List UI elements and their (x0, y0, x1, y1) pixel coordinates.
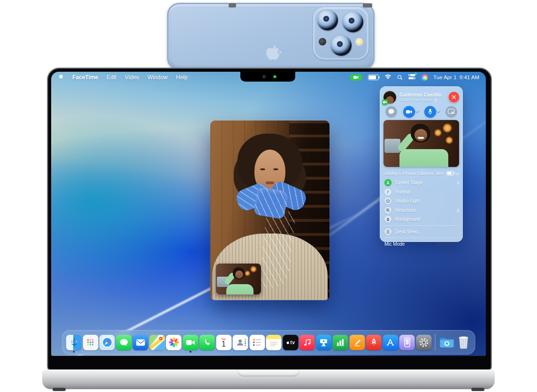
menu-edit[interactable]: Edit (107, 74, 116, 81)
dock-phone[interactable] (199, 335, 215, 350)
calendar-day: 1 (222, 340, 226, 348)
dock-messages[interactable] (116, 335, 131, 350)
background-icon (384, 216, 391, 223)
panel-divider (384, 238, 459, 238)
lid-scoop (238, 369, 299, 377)
end-call-button[interactable] (449, 92, 459, 102)
reactions-icon (384, 207, 391, 214)
spotlight-search-icon[interactable] (397, 75, 403, 80)
system-settings-icon (418, 337, 429, 348)
iphone-mirroring-icon (404, 337, 410, 347)
rubber-foot (471, 388, 484, 391)
iphone-lens (317, 10, 338, 30)
iphone-lens (331, 35, 352, 56)
effect-background[interactable]: Background (384, 215, 459, 224)
desk-view-label: Desk View… (395, 229, 458, 234)
smile (418, 137, 424, 139)
contacts-icon (235, 337, 246, 348)
dock-contacts[interactable] (233, 335, 248, 350)
apple-logo (261, 39, 283, 65)
dock-mail[interactable] (133, 335, 148, 350)
effect-portrait[interactable]: ƒ Portrait (384, 188, 459, 197)
numbers-icon (336, 338, 345, 347)
dock-reminders[interactable] (249, 335, 265, 350)
camera-in-use-indicator[interactable] (350, 74, 362, 81)
dock-system-settings[interactable] (416, 335, 431, 350)
camera-options-chevron[interactable] (415, 109, 419, 113)
portrait-icon: ƒ (384, 188, 391, 196)
dock-tv[interactable]: tv (283, 335, 298, 350)
effect-studio-light[interactable]: Studio Light (384, 196, 459, 206)
screen-share-button[interactable] (445, 106, 457, 118)
desk-view-row[interactable]: Desk View… (384, 227, 459, 237)
notes-icon (268, 338, 279, 347)
dock-downloads[interactable] (439, 335, 454, 350)
running-indicator (190, 351, 192, 353)
dock-iphone-mirroring[interactable] (399, 335, 415, 350)
messages-icon (119, 338, 128, 347)
call-type[interactable]: FaceTime Video (399, 98, 445, 103)
dock-trash[interactable] (456, 335, 471, 350)
dock-numbers[interactable] (333, 335, 348, 350)
iphone-camera-module (313, 7, 368, 60)
mic-mode-row[interactable]: Mic Mode Standard (384, 240, 459, 248)
finder-icon (69, 338, 78, 347)
display-notch (240, 72, 295, 82)
apple-menu-icon[interactable] (58, 74, 64, 81)
reminders-icon (252, 338, 262, 347)
iphone-battery-icon (446, 171, 454, 175)
mic-options-chevron[interactable] (437, 109, 440, 113)
menu-window[interactable]: Window (147, 74, 168, 81)
dock-facetime[interactable] (183, 335, 198, 350)
dock-keynote[interactable] (316, 335, 331, 350)
iphone-flash (355, 38, 363, 46)
dock-launchpad[interactable] (83, 335, 98, 350)
wifi-status-icon[interactable] (384, 75, 391, 80)
webcam-indicator-led (274, 75, 276, 78)
camera-preview (384, 120, 459, 167)
menu-video[interactable]: Video (125, 74, 139, 81)
running-indicator (73, 351, 75, 353)
rubber-foot (53, 388, 66, 391)
camera-toggle-button[interactable] (403, 106, 415, 118)
call-header: Guillermo Castillo FaceTime Video (384, 90, 459, 104)
center-stage-icon (384, 179, 391, 186)
effect-center-stage[interactable]: Center Stage (384, 178, 459, 188)
camera-active-dot (414, 73, 417, 75)
control-center-icon[interactable] (408, 74, 415, 81)
photos-icon (168, 337, 179, 348)
facetime-window[interactable] (210, 121, 330, 300)
camera-source-row[interactable]: Ashley's iPhone Camera 98% (384, 170, 459, 177)
iphone-battery-percent: 98% (436, 171, 444, 176)
dock-app-store[interactable] (383, 335, 398, 350)
effect-reactions[interactable]: Reactions (384, 206, 459, 215)
trash-icon (457, 336, 469, 349)
dock-maps[interactable] (149, 335, 165, 350)
menu-facetime[interactable]: FaceTime (72, 74, 98, 81)
panel-divider (384, 226, 459, 226)
dock-notes[interactable] (266, 335, 282, 350)
dock-pages[interactable] (349, 335, 365, 350)
menu-help[interactable]: Help (176, 74, 188, 81)
dock-photos[interactable] (166, 335, 182, 350)
dock-music[interactable] (299, 335, 315, 350)
menu-bar-clock[interactable]: Tue Apr 1 9:41 AM (433, 75, 479, 80)
collapse-chevron[interactable] (455, 171, 459, 175)
messages-button[interactable] (385, 106, 397, 118)
dock-safari[interactable] (100, 335, 115, 350)
local-video-pip[interactable] (216, 264, 261, 294)
siri-icon[interactable] (421, 74, 428, 81)
dock-rocket-app[interactable] (366, 335, 382, 350)
desk-view-icon (384, 228, 391, 235)
tv-apple-glyph (286, 340, 290, 345)
camera-mount-clip (229, 3, 236, 8)
battery-status-icon[interactable] (368, 75, 379, 80)
tv-text-glyph: tv (291, 340, 295, 345)
call-controls (384, 104, 459, 119)
caller-name: Guillermo Castillo (399, 92, 445, 98)
mic-toggle-button[interactable] (424, 106, 436, 118)
dock-finder[interactable] (66, 335, 82, 350)
macbook-base (42, 369, 495, 389)
dock-calendar[interactable]: Tue 1 (216, 335, 231, 350)
camera-mount-clip (363, 3, 372, 8)
